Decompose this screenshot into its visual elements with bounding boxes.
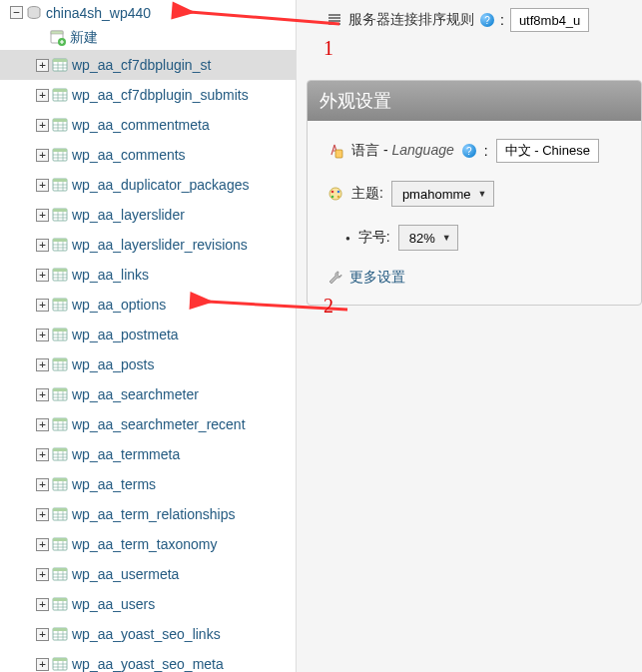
table-name[interactable]: wp_aa_term_relationships — [72, 506, 235, 522]
table-name[interactable]: wp_aa_layerslider — [72, 207, 185, 223]
table-name[interactable]: wp_aa_term_taxonomy — [72, 536, 218, 552]
table-name[interactable]: wp_aa_postmeta — [72, 327, 179, 342]
fontsize-select[interactable]: 82% — [398, 225, 458, 251]
svg-rect-37 — [53, 538, 67, 541]
expand-icon[interactable]: + — [36, 209, 49, 222]
table-name[interactable]: wp_aa_yoast_seo_links — [72, 626, 221, 642]
table-row[interactable]: +wp_aa_comments — [0, 140, 296, 170]
table-icon — [52, 327, 68, 342]
table-name[interactable]: wp_aa_cf7dbplugin_st — [72, 57, 211, 73]
fontsize-row: ● 字号: 82% — [345, 225, 621, 251]
table-name[interactable]: wp_aa_terms — [72, 476, 156, 492]
table-row[interactable]: +wp_aa_term_taxonomy — [0, 529, 296, 559]
navigation-tree: − china4sh_wp440 新建 +wp_aa_cf7dbplugin_s… — [0, 0, 297, 672]
expand-icon[interactable]: + — [36, 119, 49, 132]
language-label: 语言 - Language — [351, 142, 454, 160]
svg-rect-27 — [53, 388, 67, 391]
table-row[interactable]: +wp_aa_yoast_seo_links — [0, 619, 296, 649]
expand-icon[interactable]: + — [36, 329, 49, 341]
table-name[interactable]: wp_aa_users — [72, 596, 155, 612]
table-name[interactable]: wp_aa_duplicator_packages — [72, 177, 249, 193]
table-icon — [52, 446, 68, 462]
table-row[interactable]: +wp_aa_searchmeter — [0, 379, 296, 409]
language-select[interactable]: 中文 - Chinese — [496, 139, 599, 163]
annotation-2-label: 2 — [323, 295, 333, 318]
table-icon — [52, 506, 68, 522]
table-icon — [52, 237, 68, 253]
expand-icon[interactable]: + — [36, 89, 49, 102]
expand-icon[interactable]: + — [36, 628, 49, 641]
table-name[interactable]: wp_aa_termmeta — [72, 446, 180, 462]
svg-rect-46 — [335, 150, 342, 158]
table-row[interactable]: +wp_aa_commentmeta — [0, 110, 296, 140]
svg-point-49 — [331, 196, 334, 199]
svg-rect-29 — [53, 418, 67, 421]
table-row[interactable]: +wp_aa_users — [0, 589, 296, 619]
table-name[interactable]: wp_aa_commentmeta — [72, 117, 210, 133]
expand-icon[interactable]: + — [36, 299, 49, 312]
table-name[interactable]: wp_aa_posts — [72, 356, 155, 372]
table-row[interactable]: +wp_aa_layerslider — [0, 200, 296, 230]
svg-rect-7 — [53, 89, 67, 92]
help-icon[interactable]: ? — [462, 144, 476, 158]
database-name[interactable]: china4sh_wp440 — [46, 5, 151, 21]
more-settings-row[interactable]: 更多设置 — [327, 269, 621, 287]
expand-icon[interactable]: + — [36, 448, 49, 461]
new-table-label[interactable]: 新建 — [70, 29, 98, 47]
table-row[interactable]: +wp_aa_cf7dbplugin_st — [0, 50, 296, 80]
expand-icon[interactable]: + — [36, 508, 49, 521]
expand-icon[interactable]: + — [36, 418, 49, 431]
table-row[interactable]: +wp_aa_duplicator_packages — [0, 170, 296, 200]
expand-icon[interactable]: + — [36, 358, 49, 371]
table-name[interactable]: wp_aa_yoast_seo_meta — [72, 656, 224, 672]
table-row[interactable]: +wp_aa_searchmeter_recent — [0, 409, 296, 439]
table-row[interactable]: +wp_aa_layerslider_revisions — [0, 230, 296, 260]
expand-icon[interactable]: + — [36, 568, 49, 581]
expand-icon[interactable]: + — [36, 59, 49, 72]
expand-icon[interactable]: + — [36, 538, 49, 551]
table-row[interactable]: +wp_aa_links — [0, 260, 296, 290]
table-row[interactable]: +wp_aa_terms — [0, 469, 296, 499]
table-row[interactable]: +wp_aa_options — [0, 290, 296, 320]
table-name[interactable]: wp_aa_options — [72, 297, 166, 313]
table-row[interactable]: +wp_aa_term_relationships — [0, 499, 296, 529]
table-name[interactable]: wp_aa_links — [72, 267, 149, 283]
table-row[interactable]: +wp_aa_postmeta — [0, 320, 296, 349]
table-icon — [52, 117, 68, 133]
new-table-row[interactable]: 新建 — [0, 25, 296, 50]
collapse-icon[interactable]: − — [10, 6, 23, 19]
table-name[interactable]: wp_aa_cf7dbplugin_submits — [72, 87, 249, 103]
fontsize-label: 字号: — [358, 229, 390, 247]
table-icon — [52, 566, 68, 582]
theme-select[interactable]: pmahomme — [391, 181, 494, 207]
more-settings-link[interactable]: 更多设置 — [349, 269, 405, 287]
expand-icon[interactable]: + — [36, 478, 49, 491]
expand-icon[interactable]: + — [36, 598, 49, 611]
svg-rect-43 — [53, 628, 67, 631]
svg-rect-21 — [53, 299, 67, 302]
table-name[interactable]: wp_aa_searchmeter — [72, 386, 199, 402]
new-icon — [50, 30, 66, 46]
svg-rect-17 — [53, 239, 67, 242]
help-icon[interactable]: ? — [480, 13, 494, 27]
expand-icon[interactable]: + — [36, 239, 49, 252]
table-name[interactable]: wp_aa_layerslider_revisions — [72, 237, 248, 253]
table-row[interactable]: +wp_aa_posts — [0, 349, 296, 379]
table-icon — [52, 87, 68, 103]
collation-select[interactable]: utf8mb4_u — [510, 8, 589, 32]
table-name[interactable]: wp_aa_usermeta — [72, 566, 179, 582]
expand-icon[interactable]: + — [36, 179, 49, 192]
table-row[interactable]: +wp_aa_cf7dbplugin_submits — [0, 80, 296, 110]
table-name[interactable]: wp_aa_searchmeter_recent — [72, 416, 246, 432]
database-row[interactable]: − china4sh_wp440 — [0, 0, 296, 25]
expand-icon[interactable]: + — [36, 269, 49, 282]
table-row[interactable]: +wp_aa_termmeta — [0, 439, 296, 469]
expand-icon[interactable]: + — [36, 388, 49, 401]
svg-rect-35 — [53, 508, 67, 511]
expand-icon[interactable]: + — [36, 149, 49, 162]
table-row[interactable]: +wp_aa_yoast_seo_meta — [0, 649, 296, 672]
table-name[interactable]: wp_aa_comments — [72, 147, 186, 163]
svg-rect-13 — [53, 179, 67, 182]
expand-icon[interactable]: + — [36, 658, 49, 671]
table-row[interactable]: +wp_aa_usermeta — [0, 559, 296, 589]
